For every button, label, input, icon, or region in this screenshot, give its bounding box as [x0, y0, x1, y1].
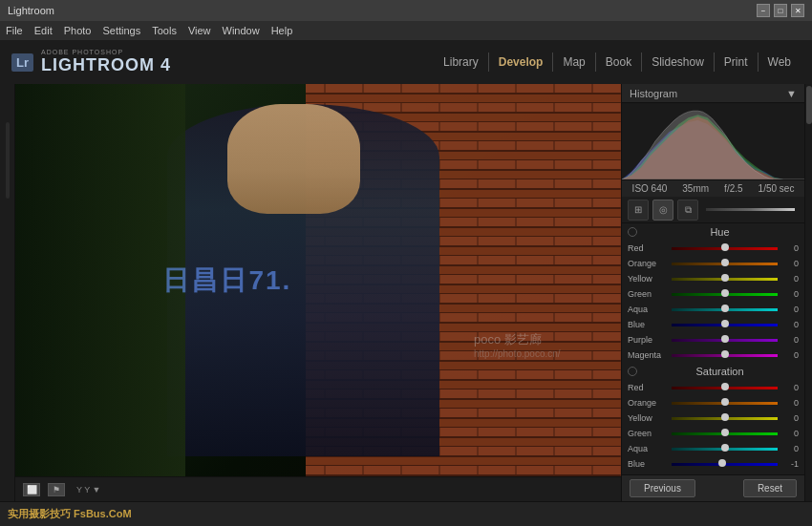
right-scrollbar[interactable] [804, 84, 812, 501]
title-bar-title: Lightroom [8, 5, 54, 16]
hue-green-value: 0 [781, 289, 799, 299]
menu-settings[interactable]: Settings [102, 25, 140, 36]
sat-collapse-circle[interactable] [628, 367, 637, 376]
sat-yellow-track[interactable] [672, 417, 778, 420]
sat-green-value: 0 [781, 429, 799, 438]
menu-file[interactable]: File [6, 25, 23, 36]
hue-orange-track[interactable] [672, 263, 778, 265]
sat-green-row: Green 0 [622, 426, 804, 441]
left-panel [0, 84, 15, 501]
hue-red-track[interactable] [672, 247, 778, 250]
hue-aqua-value: 0 [781, 305, 799, 314]
menu-view[interactable]: View [188, 25, 211, 36]
sat-orange-thumb[interactable] [721, 398, 729, 406]
content-area: 日昌日71. poco 影艺廊 http://photo.poco.cn/ ⬜ … [0, 84, 812, 501]
sat-blue-track[interactable] [672, 463, 778, 466]
hue-aqua-track[interactable] [672, 308, 778, 311]
hue-yellow-track[interactable] [672, 278, 778, 281]
hue-aqua-thumb[interactable] [721, 305, 729, 312]
histogram-area [622, 103, 804, 179]
adobe-label: ADOBE PHOTOSHOP [41, 49, 171, 55]
hue-collapse-circle[interactable] [628, 227, 637, 237]
sat-red-thumb[interactable] [721, 383, 729, 390]
sat-yellow-label: Yellow [628, 413, 668, 423]
hue-yellow-label: Yellow [628, 274, 668, 284]
panel-buttons: Previous Reset [622, 474, 804, 501]
photo-bottom-bar: ⬜ ⚑ Y Y ▼ [15, 476, 621, 501]
sat-orange-track[interactable] [672, 402, 778, 405]
left-collapse-handle[interactable] [6, 122, 10, 199]
sat-aqua-track[interactable] [672, 448, 778, 451]
sat-blue-row: Blue -1 [622, 456, 804, 472]
hue-yellow-thumb[interactable] [721, 274, 729, 282]
tab-web[interactable]: Web [759, 53, 801, 72]
hue-red-row: Red 0 [622, 241, 804, 256]
nav-tabs: Library Develop Map Book Slideshow Print… [434, 53, 801, 72]
histogram-expand-icon[interactable]: ▼ [786, 88, 797, 99]
scrollbar-thumb[interactable] [806, 86, 812, 124]
menu-tools[interactable]: Tools [152, 25, 177, 36]
hue-purple-thumb[interactable] [721, 335, 729, 343]
tab-slideshow[interactable]: Slideshow [642, 53, 715, 72]
app-title: LIGHTROOM 4 [41, 55, 171, 75]
sat-aqua-label: Aqua [628, 444, 668, 453]
grid-tool-icon[interactable]: ⊞ [628, 200, 649, 221]
title-bar: Lightroom − □ ✕ [0, 0, 812, 21]
sat-green-track[interactable] [672, 432, 778, 435]
tab-library[interactable]: Library [434, 53, 489, 72]
hue-aqua-row: Aqua 0 [622, 302, 804, 317]
sat-blue-thumb[interactable] [718, 459, 726, 467]
hue-purple-track[interactable] [672, 339, 778, 342]
tone-slider[interactable] [706, 208, 795, 211]
bottom-status-bar: 实用摄影技巧 FsBus.CoM [0, 501, 812, 526]
hue-red-thumb[interactable] [721, 243, 729, 251]
sat-aqua-value: 0 [781, 444, 799, 453]
zoom-icon[interactable]: ⬜ [23, 483, 40, 496]
sat-aqua-row: Aqua 0 [622, 441, 804, 456]
maximize-button[interactable]: □ [774, 4, 787, 17]
menu-photo[interactable]: Photo [64, 25, 92, 36]
hue-blue-row: Blue 0 [622, 317, 804, 332]
menu-edit[interactable]: Edit [34, 25, 53, 36]
tab-map[interactable]: Map [553, 53, 595, 72]
sat-green-thumb[interactable] [721, 429, 729, 436]
minimize-button[interactable]: − [757, 4, 770, 17]
circle-tool-icon[interactable]: ◎ [652, 200, 673, 221]
hue-purple-value: 0 [781, 335, 799, 345]
tab-develop[interactable]: Develop [489, 53, 554, 72]
hue-magenta-thumb[interactable] [721, 350, 729, 358]
hue-blue-track[interactable] [672, 324, 778, 326]
hue-green-thumb[interactable] [721, 289, 729, 297]
close-button[interactable]: ✕ [791, 4, 804, 17]
menu-help[interactable]: Help [271, 25, 293, 36]
sat-orange-row: Orange 0 [622, 395, 804, 410]
title-bar-controls: − □ ✕ [757, 4, 804, 17]
sat-orange-value: 0 [781, 398, 799, 408]
reset-button[interactable]: Reset [743, 479, 797, 497]
sat-red-track[interactable] [672, 387, 778, 389]
iso-value: ISO 640 [632, 183, 668, 194]
flag-icon[interactable]: ⚑ [48, 483, 65, 496]
photo-container: 日昌日71. poco 影艺廊 http://photo.poco.cn/ [15, 84, 621, 476]
hue-orange-thumb[interactable] [721, 259, 729, 266]
sat-section-title: Saturation [641, 366, 799, 377]
previous-button[interactable]: Previous [630, 479, 695, 497]
tone-curve-icon[interactable]: ⧉ [677, 200, 698, 221]
sat-aqua-thumb[interactable] [721, 444, 729, 452]
sat-yellow-thumb[interactable] [721, 413, 729, 421]
focal-value: 35mm [682, 183, 709, 194]
menu-window[interactable]: Window [223, 25, 260, 36]
sat-yellow-row: Yellow 0 [622, 410, 804, 426]
hue-magenta-track[interactable] [672, 354, 778, 357]
hue-magenta-label: Magenta [628, 350, 668, 360]
histogram-title: Histogram [630, 88, 677, 99]
tab-print[interactable]: Print [715, 53, 759, 72]
hue-green-track[interactable] [672, 293, 778, 296]
tab-book[interactable]: Book [596, 53, 642, 72]
app-title-area: ADOBE PHOTOSHOP LIGHTROOM 4 [41, 49, 171, 75]
sat-blue-label: Blue [628, 459, 668, 469]
hue-blue-thumb[interactable] [721, 320, 729, 327]
hue-purple-label: Purple [628, 335, 668, 345]
hue-blue-value: 0 [781, 320, 799, 329]
shutter-value: 1/50 sec [759, 183, 795, 194]
